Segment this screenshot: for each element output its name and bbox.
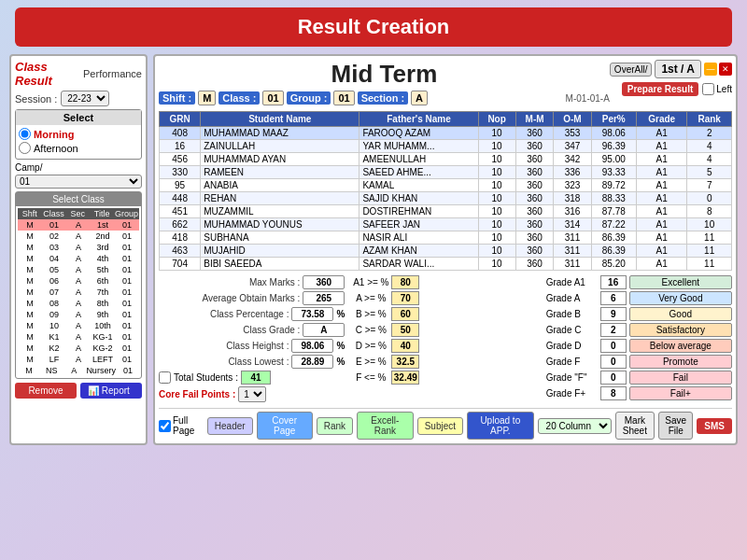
range-row: D >= %40	[352, 339, 538, 353]
grade-row: Grade A116Excellent	[546, 275, 732, 289]
student-table: GRNStudent NameFather's NameNopM-MO-MPer…	[159, 111, 732, 271]
class-row[interactable]: MNSANursery01	[18, 365, 139, 376]
table-header: Nop	[478, 112, 515, 127]
range-row: B >= %60	[352, 307, 538, 321]
fullpage-checkbox[interactable]	[159, 420, 171, 432]
max-marks-val: 360	[303, 275, 345, 289]
class-row[interactable]: MK1AKG-101	[18, 331, 139, 343]
table-row[interactable]: 330RAMEENSAEED AHME...1036033693.33A15	[160, 166, 732, 179]
col-group: Group	[115, 209, 138, 218]
table-header: Father's Name	[359, 112, 478, 127]
table-row[interactable]: 408MUHAMMAD MAAZFAROOQ AZAM1036035398.06…	[160, 127, 732, 140]
remove-button[interactable]: Remove	[15, 383, 77, 399]
rank-button[interactable]: Rank	[317, 417, 353, 435]
section-code: M-01-01-A	[566, 93, 610, 104]
report-button[interactable]: 📊 📊 ReportReport	[80, 383, 142, 399]
col-title: Title	[91, 209, 113, 218]
table-row[interactable]: 448REHANSAJID KHAN1036031888.33A10	[160, 192, 732, 205]
select-class-title: Select Class	[16, 192, 141, 206]
camp-select[interactable]: 01	[15, 175, 142, 189]
range-row: A1 >= %80	[352, 275, 538, 289]
table-row[interactable]: 418SUBHANANASIR ALI1036031186.39A111	[160, 231, 732, 245]
pct-symbol2: %	[336, 341, 345, 351]
range-row: A >= %70	[352, 291, 538, 305]
close-button[interactable]: ✕	[719, 63, 732, 76]
app-title: Result Creation	[298, 15, 450, 38]
table-row[interactable]: 704BIBI SAEEDASARDAR WALI...1036031185.2…	[160, 258, 732, 271]
class-grade-val: A	[303, 323, 345, 337]
class-row[interactable]: MK2AKG-201	[18, 343, 139, 354]
table-row[interactable]: 16ZAINULLAHYAR MUHAMM...1036034796.39A14	[160, 140, 732, 153]
morning-radio[interactable]	[19, 128, 31, 140]
class-row[interactable]: M06A6th01	[18, 275, 139, 287]
excel-rank-button[interactable]: Excell-Rank	[357, 412, 414, 440]
group-val: 01	[333, 91, 354, 105]
table-row[interactable]: 456MUHAMMAD AYANAMEENULLAH1036034295.00A…	[160, 153, 732, 166]
class-row[interactable]: M05A5th01	[18, 264, 139, 275]
total-students-check[interactable]	[159, 371, 171, 384]
grade-row: Grade F+8Fail+	[546, 386, 732, 400]
cover-page-button[interactable]: Cover Page	[257, 412, 313, 440]
student-table-container: GRNStudent NameFather's NameNopM-MO-MPer…	[159, 111, 732, 271]
session-select[interactable]: 22-23	[61, 91, 109, 106]
class-row[interactable]: M08A8th01	[18, 298, 139, 309]
table-row[interactable]: 451MUZAMMILDOSTIREHMAN1036031687.78A18	[160, 205, 732, 218]
class-info-box: 1st / A	[655, 60, 701, 78]
class-lowest-val: 28.89	[291, 355, 333, 369]
col-shft: Shft	[19, 209, 41, 218]
overall-button[interactable]: OverAll/	[610, 63, 653, 77]
bottom-toolbar: Full Page Header Cover Page Rank Excell-…	[159, 408, 732, 440]
table-row[interactable]: 662MUHAMMAD YOUNUSSAFEER JAN1036031487.2…	[160, 218, 732, 231]
morning-label: Morning	[34, 129, 74, 140]
class-row[interactable]: M01A1st01	[18, 219, 139, 231]
grade-row: Grade A6Very Good	[546, 291, 732, 305]
class-row[interactable]: M02A2nd01	[18, 231, 139, 242]
class-row[interactable]: M04A4th01	[18, 253, 139, 264]
left-checkbox[interactable]	[702, 83, 714, 95]
column-select[interactable]: 20 Column	[538, 418, 612, 434]
class-row[interactable]: M03A3rd01	[18, 242, 139, 253]
class-pct-label: Class Percentage :	[159, 309, 289, 319]
fullpage-label: Full Page	[173, 415, 204, 436]
class-row[interactable]: M09A9th01	[18, 309, 139, 320]
table-header: Grade	[637, 112, 687, 127]
header-button[interactable]: Header	[207, 417, 253, 435]
mid-term-title: Mid Term	[331, 60, 438, 88]
table-header: Rank	[687, 112, 732, 127]
class-row[interactable]: M07A7th01	[18, 287, 139, 298]
minimize-button[interactable]: —	[704, 63, 717, 76]
camp-label: Camp/	[15, 162, 42, 173]
sms-button[interactable]: SMS	[697, 418, 732, 434]
upload-button[interactable]: Upload to APP.	[467, 412, 534, 440]
table-header: GRN	[160, 112, 201, 127]
core-fail-select[interactable]: 123	[238, 386, 266, 402]
grade-row: Grade D0Below average	[546, 339, 732, 353]
table-header: M-M	[515, 112, 554, 127]
class-highest-val: 98.06	[291, 339, 333, 353]
range-row: E >= %32.5	[352, 355, 538, 369]
grade-row: Grade F0Promote	[546, 355, 732, 369]
range-row: C >= %50	[352, 323, 538, 337]
class-lowest-label: Class Lowest :	[159, 357, 289, 367]
class-row[interactable]: MLFALEFT01	[18, 354, 139, 365]
performance-label: Performance	[83, 68, 142, 79]
class-highest-label: Class Heighst :	[159, 341, 289, 351]
title-bar: Result Creation	[15, 7, 732, 47]
table-row[interactable]: 463MUJAHIDAZAM KHAN1036031186.39A111	[160, 245, 732, 258]
section-label: Section :	[358, 91, 408, 105]
max-marks-label: Max Marks :	[159, 277, 300, 287]
grade-row: Grade C2Satisfactory	[546, 323, 732, 337]
col-class: Class	[43, 209, 65, 218]
class-row[interactable]: M10A10th01	[18, 320, 139, 331]
prepare-result-button[interactable]: Prepare Result	[622, 82, 699, 96]
subject-button[interactable]: Subject	[417, 417, 463, 435]
class-val: 01	[262, 91, 283, 105]
afternoon-radio[interactable]	[19, 142, 31, 154]
table-row[interactable]: 95ANABIAKAMAL1036032389.72A17	[160, 179, 732, 192]
mark-sheet-button[interactable]: Mark Sheet	[615, 412, 655, 440]
avg-obtain-val: 265	[303, 291, 345, 305]
total-students-label: Total Students :	[174, 372, 238, 383]
left-panel: Class Result Performance Session : 22-23…	[9, 54, 148, 445]
class-grade-label: Class Grade :	[159, 325, 300, 335]
save-file-button[interactable]: Save File	[658, 412, 693, 440]
